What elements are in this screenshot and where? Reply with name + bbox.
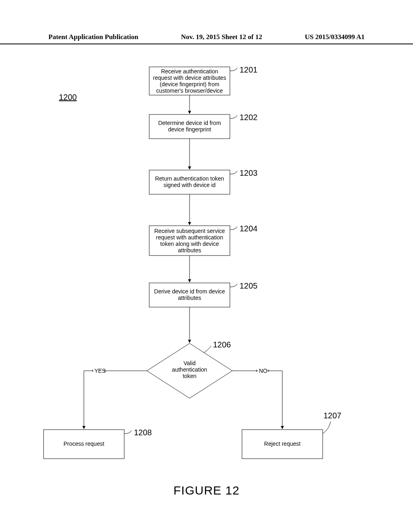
step-1203-line1: Return authentication token: [155, 175, 224, 182]
step-1204-line1: Receive subsequent service: [154, 228, 225, 234]
step-1207-line1: Reject request: [264, 441, 300, 447]
leader-1208: [124, 430, 131, 434]
step-1205-line1: Derive device id from device: [154, 288, 225, 295]
step-1208-line1: Process request: [63, 441, 104, 447]
branch-yes-label: YES: [94, 368, 106, 374]
leader-1202: [230, 115, 237, 118]
ref-1208: 1208: [134, 428, 152, 437]
ref-1202: 1202: [240, 113, 258, 122]
leader-1205: [230, 284, 237, 287]
step-1204-line2: request with authentication: [156, 234, 223, 241]
page: Patent Application Publication Nov. 19, …: [0, 0, 413, 532]
step-1202-line1: Determine device id from: [158, 120, 221, 126]
leader-1206: [204, 346, 211, 353]
decision-1206-line1: Valid: [184, 360, 196, 366]
step-1201-line1: Receive authentication: [161, 68, 218, 75]
figure-title: FIGURE 12: [0, 484, 413, 497]
step-1201-line4: customer's browser/device: [156, 87, 223, 94]
step-1201-line2: request with device attributes: [153, 75, 226, 81]
step-1202-line2: device fingerprint: [168, 126, 211, 133]
ref-1203: 1203: [240, 168, 258, 177]
leader-1203: [230, 171, 237, 174]
leader-1201: [230, 68, 237, 71]
ref-1207: 1207: [323, 411, 342, 420]
ref-1206: 1206: [213, 340, 231, 349]
step-1201-line3: (device fingerprint) from: [160, 81, 219, 87]
step-1204-line4: attributes: [178, 247, 201, 254]
ref-1205: 1205: [240, 281, 258, 290]
step-1205-line2: attributes: [178, 295, 201, 301]
flowchart: Receive authentication request with devi…: [0, 0, 413, 532]
step-1204-line3: token along with device: [160, 241, 219, 247]
decision-1206-line2: authentication: [172, 366, 207, 373]
decision-1206-line3: token: [183, 373, 196, 379]
branch-no-label: NO: [259, 368, 267, 374]
ref-1204: 1204: [240, 224, 258, 233]
step-1203-line2: signed with device id: [163, 182, 215, 188]
leader-1204: [230, 227, 237, 230]
ref-1201: 1201: [240, 65, 258, 74]
leader-1207: [323, 422, 331, 434]
